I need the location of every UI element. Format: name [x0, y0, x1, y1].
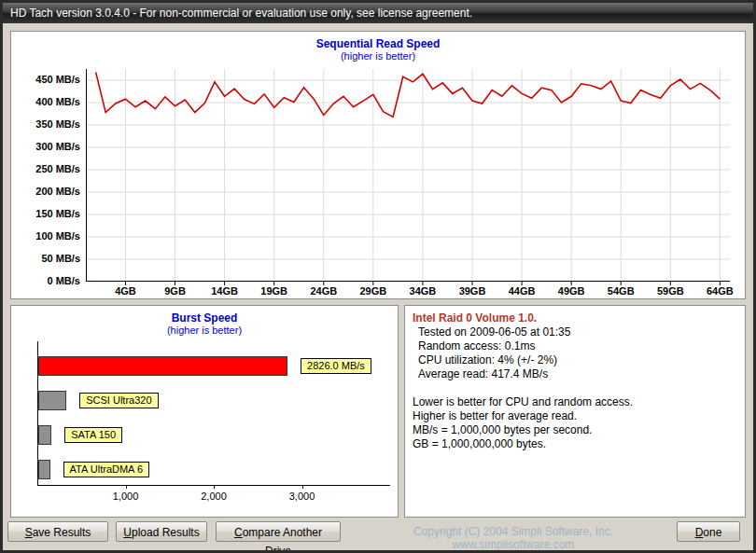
burst-bar-label: 2826.0 MB/s: [301, 358, 371, 374]
burst-bar-label: ATA UltraDMA 6: [63, 462, 149, 477]
x-axis-label: 34GB: [402, 285, 443, 297]
x-axis-label: 59GB: [650, 285, 691, 297]
sequential-chart-title: Sequential Read Speed: [11, 37, 745, 50]
copyright-text: Copyright (C) 2004 Simpli Software, Inc.…: [359, 525, 667, 551]
read-speed-line: [96, 72, 721, 117]
burst-speed-plot: 1,0002,0003,0002826.0 MB/sSCSI Ultra320S…: [11, 306, 398, 517]
burst-axis-label: 1,000: [103, 491, 149, 502]
x-axis-label: 4GB: [105, 285, 146, 297]
burst-speed-panel: Burst Speed (higher is better) 1,0002,00…: [10, 305, 399, 518]
upload-results-button[interactable]: Upload Results: [116, 521, 207, 542]
sequential-read-svg: [86, 69, 730, 287]
x-axis-label: 44GB: [501, 285, 542, 297]
compare-another-drive-button[interactable]: Compare Another Drive: [216, 521, 341, 542]
y-axis-label: 200 MB/s: [11, 186, 80, 197]
tested-on-text: Tested on 2009-06-05 at 01:35: [418, 325, 737, 339]
x-axis-label: 9GB: [155, 285, 196, 297]
random-access-text: Random access: 0.1ms: [418, 339, 737, 353]
y-axis-label: 300 MB/s: [11, 141, 80, 152]
burst-bar: [38, 425, 51, 445]
burst-axis-tick: [302, 485, 303, 489]
burst-axis-tick: [126, 485, 127, 489]
sequential-read-panel: Sequential Read Speed (higher is better)…: [10, 31, 746, 299]
burst-axis-label: 2,000: [190, 491, 237, 502]
x-axis-label: 29GB: [353, 285, 394, 297]
drive-name: Intel Raid 0 Volume 1.0.: [413, 311, 737, 325]
average-read-text: Average read: 417.4 MB/s: [418, 367, 737, 381]
burst-bar-label: SATA 150: [64, 427, 122, 443]
cpu-utilization-text: CPU utilization: 4% (+/- 2%): [418, 353, 737, 367]
y-axis-label: 450 MB/s: [11, 74, 80, 85]
burst-axis-label: 3,000: [279, 491, 326, 502]
x-axis-label: 19GB: [254, 285, 295, 297]
sequential-read-plot: [86, 69, 730, 287]
x-axis-label: 54GB: [600, 285, 641, 297]
x-axis-label: 39GB: [452, 285, 493, 297]
drive-info-panel: Intel Raid 0 Volume 1.0. Tested on 2009-…: [404, 305, 746, 518]
note-lower-better: Lower is better for CPU and random acces…: [413, 395, 737, 409]
note-mbs-definition: MB/s = 1,000,000 bytes per second.: [413, 423, 737, 437]
x-axis-label: 64GB: [699, 285, 740, 297]
burst-axis-tick: [214, 485, 215, 489]
burst-bar: [38, 391, 66, 410]
x-axis-label: 14GB: [204, 285, 245, 297]
y-axis-label: 250 MB/s: [11, 163, 80, 174]
x-axis-label: 49GB: [551, 285, 592, 297]
burst-bar-label: SCSI Ultra320: [79, 393, 158, 408]
burst-bar: [38, 356, 287, 376]
y-axis-label: 100 MB/s: [11, 230, 80, 242]
done-button[interactable]: Done: [677, 521, 740, 542]
window-titlebar[interactable]: HD Tach version 3.0.4.0 - For non-commer…: [3, 3, 753, 23]
note-gb-definition: GB = 1,000,000,000 bytes.: [413, 437, 737, 451]
note-higher-better: Higher is better for average read.: [413, 409, 737, 423]
burst-bar: [38, 460, 50, 479]
y-axis-label: 400 MB/s: [11, 96, 80, 107]
save-results-button[interactable]: Save Results: [7, 521, 108, 542]
x-axis-label: 24GB: [303, 285, 344, 297]
y-axis-label: 350 MB/s: [11, 118, 80, 130]
y-axis-label: 50 MB/s: [11, 253, 80, 264]
y-axis-label: 0 MB/s: [11, 275, 80, 286]
y-axis-label: 150 MB/s: [11, 208, 80, 219]
sequential-chart-subtitle: (higher is better): [11, 50, 745, 62]
hd-tach-window: HD Tach version 3.0.4.0 - For non-commer…: [0, 0, 756, 553]
window-title: HD Tach version 3.0.4.0 - For non-commer…: [10, 7, 472, 20]
